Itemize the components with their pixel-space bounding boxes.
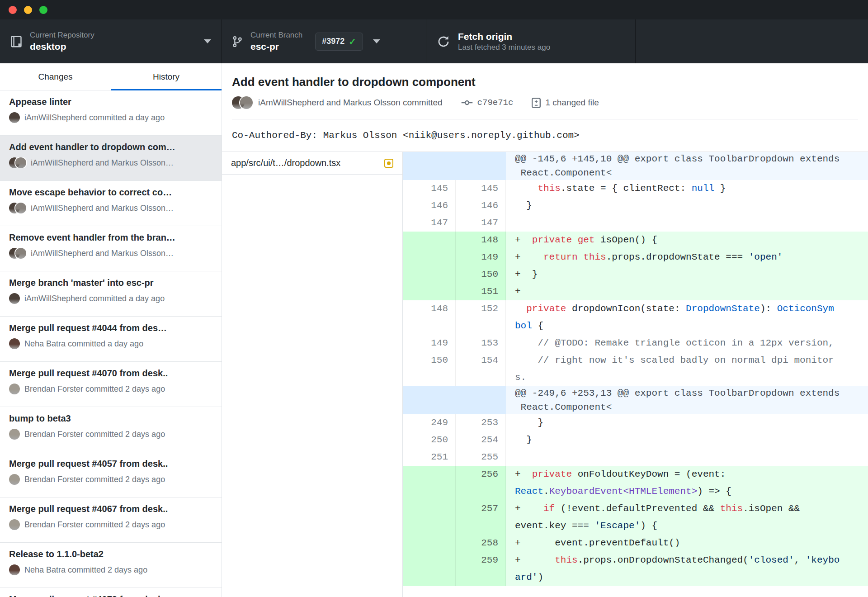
diff-code: + [506, 283, 868, 300]
diff-code: } [506, 414, 868, 431]
code-line: } [515, 197, 868, 214]
close-button[interactable] [9, 6, 17, 14]
code-line: } [515, 414, 868, 431]
diff-code: + private onFoldoutKeyDown = (event:Reac… [506, 466, 868, 500]
diff-line-row: 151+ [403, 283, 868, 300]
history-commit-item[interactable]: Appease linteriAmWillShepherd committed … [0, 90, 222, 136]
old-line-number: 148 [403, 300, 456, 335]
tab-history[interactable]: History [111, 63, 222, 90]
commit-summary-title: Add event handler to dropdown component [232, 75, 858, 89]
commit-meta: Neha Batra committed 2 days ago [9, 564, 212, 575]
changed-files-count: 1 changed file [545, 98, 599, 108]
git-branch-icon [231, 34, 243, 49]
history-commit-item[interactable]: Remove event handler from the bran…iAmWi… [0, 226, 222, 271]
new-line-number: 150 [456, 266, 506, 283]
minimize-button[interactable] [24, 6, 32, 14]
old-line-number [403, 266, 456, 283]
new-line-number: 255 [456, 449, 506, 466]
commit-title: Appease linter [9, 97, 212, 107]
code-line: + this.props.onDropdownStateChanged('clo… [515, 552, 868, 569]
commit-meta: Brendan Forster committed 2 days ago [9, 429, 212, 440]
new-line-number: 254 [456, 431, 506, 449]
history-commit-item[interactable]: Merge branch 'master' into esc-priAmWill… [0, 271, 222, 317]
diff-code: // @TODO: Remake triangle octicon in a 1… [506, 335, 868, 352]
diff-code: } [506, 197, 868, 214]
code-line: React.Component< [515, 400, 868, 414]
old-line-number: 150 [403, 352, 456, 386]
pull-request-badge: #3972 ✓ [315, 33, 363, 51]
diff-line-row: 145145 this.state = { clientRect: null } [403, 180, 868, 197]
history-commit-item[interactable]: Release to 1.1.0-beta2Neha Batra committ… [0, 543, 222, 588]
code-line: + } [515, 266, 868, 283]
diff-line-row: 250254 } [403, 431, 868, 449]
history-commit-item[interactable]: Move escape behavior to correct co…iAmWi… [0, 181, 222, 226]
changed-file-item[interactable]: app/src/ui/t…/dropdown.tsx [222, 152, 402, 175]
commit-meta: iAmWillShepherd and Markus Olsson… [9, 157, 212, 168]
new-line-number: 152 [456, 300, 506, 335]
new-line-number: 154 [456, 352, 506, 386]
new-line-number: 259 [456, 552, 506, 586]
code-line: // right now it's scaled badly on normal… [515, 352, 868, 369]
diff-view: @@ -145,6 +145,10 @@ export class Toolba… [403, 152, 868, 597]
code-line: ard') [515, 569, 868, 586]
code-line: React.Component< [515, 166, 868, 180]
commit-meta-text: iAmWillShepherd and Markus Olsson… [31, 249, 174, 258]
branch-label: Current Branch [250, 30, 302, 40]
history-commit-item[interactable]: Merge pull request #4070 from desk..Bren… [0, 362, 222, 407]
new-line-number: 146 [456, 197, 506, 214]
new-line-number: 148 [456, 232, 506, 249]
diff-line-row: 147147 [403, 214, 868, 232]
diff-hunk-header: @@ -145,6 +145,10 @@ export class Toolba… [403, 152, 868, 180]
diff-code: } [506, 431, 868, 449]
commit-meta-text: iAmWillShepherd committed a day ago [24, 113, 165, 123]
new-line-number: 256 [456, 466, 506, 500]
commit-description: Co-Authored-By: Markus Olsson <niik@user… [222, 119, 868, 152]
changed-files-list: app/src/ui/t…/dropdown.tsx [222, 152, 403, 597]
new-line-number: 257 [456, 500, 506, 535]
file-diff-icon [531, 97, 541, 109]
zoom-button[interactable] [39, 6, 47, 14]
new-line-number: 151 [456, 283, 506, 300]
current-repository-dropdown[interactable]: Current Repository desktop [0, 19, 222, 63]
old-line-number [403, 232, 456, 249]
avatar [15, 203, 26, 213]
commit-meta: iAmWillShepherd and Markus Olsson… [9, 203, 212, 213]
avatar [9, 519, 20, 530]
commit-meta-text: iAmWillShepherd and Markus Olsson… [31, 204, 174, 213]
history-commit-item[interactable]: Merge pull request #4057 from desk..Bren… [0, 452, 222, 498]
repo-icon [10, 35, 23, 48]
code-line: event.key === 'Escape') { [515, 517, 868, 535]
code-line: + if (!event.defaultPrevented && this.is… [515, 500, 868, 517]
history-commit-item[interactable]: Merge pull request #4044 from des…Neha B… [0, 317, 222, 362]
diff-line-row: 149153 // @TODO: Remake triangle octicon… [403, 335, 868, 352]
old-line-number [403, 386, 456, 414]
old-line-number: 251 [403, 449, 456, 466]
tab-changes[interactable]: Changes [0, 63, 111, 90]
history-commit-item[interactable]: bump to beta3Brendan Forster committed 2… [0, 407, 222, 452]
commit-meta-text: Brendan Forster committed 2 days ago [24, 520, 165, 530]
toolbar: Current Repository desktop Current Branc… [0, 19, 868, 63]
history-commit-item[interactable]: Merge pull request #4072 from desk.. [0, 588, 222, 597]
avatar [9, 474, 20, 485]
history-commit-item[interactable]: Add event handler to dropdown com…iAmWil… [0, 136, 222, 181]
diff-line-row: 150154 // right now it's scaled badly on… [403, 352, 868, 386]
new-line-number [456, 386, 506, 414]
new-line-number: 145 [456, 180, 506, 197]
commit-meta-text: iAmWillShepherd and Markus Olsson… [31, 158, 174, 168]
diff-line-row: 257+ if (!event.defaultPrevented && this… [403, 500, 868, 535]
diff-code: + return this.props.dropdownState === 'o… [506, 249, 868, 266]
fetch-origin-button[interactable]: Fetch origin Last fetched 3 minutes ago [426, 19, 636, 63]
branch-name: esc-pr [250, 40, 302, 52]
history-commit-item[interactable]: Merge pull request #4067 from desk..Bren… [0, 498, 222, 543]
diff-hunk-header: @@ -249,6 +253,13 @@ export class Toolba… [403, 386, 868, 414]
git-commit-icon [461, 96, 473, 109]
commit-meta-text: Neha Batra committed a day ago [24, 339, 143, 349]
avatar [9, 293, 20, 304]
avatar [15, 248, 26, 259]
old-line-number: 250 [403, 431, 456, 449]
code-line: @@ -145,6 +145,10 @@ export class Toolba… [515, 152, 868, 166]
avatar [9, 564, 20, 575]
current-branch-dropdown[interactable]: Current Branch esc-pr #3972 ✓ [222, 19, 426, 63]
commit-title: Merge branch 'master' into esc-pr [9, 278, 212, 288]
avatar [9, 112, 20, 123]
